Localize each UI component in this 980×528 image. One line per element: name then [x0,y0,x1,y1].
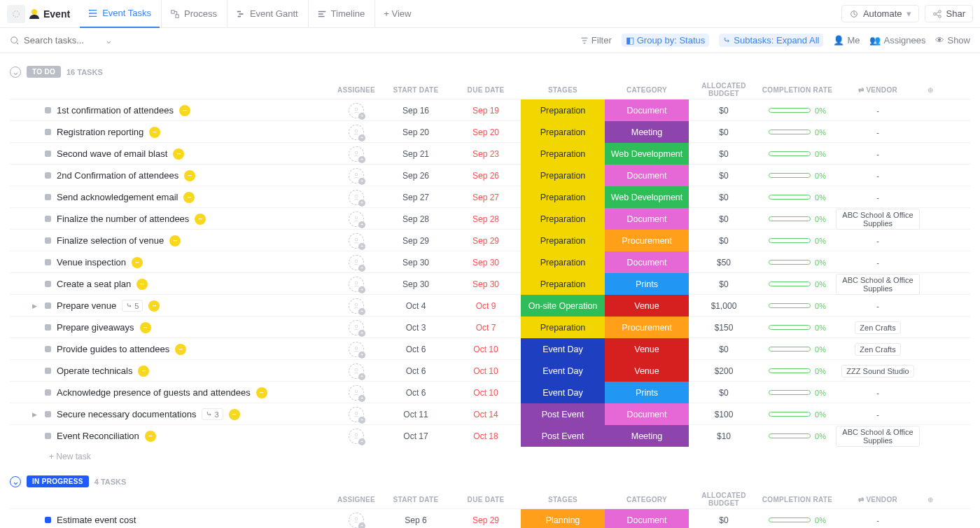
due-date[interactable]: Oct 10 [451,345,521,354]
automate-button[interactable]: Automate ▾ [841,5,919,22]
col-1[interactable]: START DATE [381,496,451,503]
task-name-cell[interactable]: 1st confirmation of attendees – [10,105,332,116]
assignee-cell[interactable] [332,298,381,314]
due-date[interactable]: Sep 29 [451,236,521,246]
due-date[interactable]: Sep 20 [451,127,521,137]
assignee-avatar-icon[interactable] [349,125,364,140]
completion-cell[interactable]: 0% [759,150,836,158]
vendor-cell[interactable]: - [836,106,920,115]
collapse-icon[interactable]: ⌄ [10,67,21,78]
category-cell[interactable]: Venue [605,295,689,317]
tab-add-view[interactable]: + View [374,0,419,28]
vendor-cell[interactable]: Zen Crafts [836,321,920,334]
start-date[interactable]: Sep 27 [381,193,451,202]
status-square-icon[interactable] [45,151,51,157]
subtask-count[interactable]: ⤷5 [122,300,143,312]
vendor-cell[interactable]: - [836,389,920,397]
due-date[interactable]: Oct 14 [451,410,521,419]
assignee-cell[interactable] [332,385,381,401]
task-name-cell[interactable]: Finalize selection of venue – [10,235,332,246]
col-3[interactable]: STAGES [521,496,605,503]
vendor-cell[interactable]: - [836,193,920,202]
stage-cell[interactable]: Preparation [521,273,605,295]
status-square-icon[interactable] [45,107,51,113]
assignee-cell[interactable] [332,255,381,270]
vendor-cell[interactable]: - [836,172,920,180]
status-square-icon[interactable] [45,303,51,309]
assignee-cell[interactable] [332,277,381,292]
completion-cell[interactable]: 0% [759,193,836,202]
category-cell[interactable]: Web Development [605,186,689,208]
assignee-cell[interactable] [332,190,381,205]
assignee-cell[interactable] [332,320,381,335]
completion-cell[interactable]: 0% [759,106,836,115]
col-6[interactable]: COMPLETION RATE [759,496,836,503]
col-7[interactable]: ⇄ VENDOR [836,496,920,503]
vendor-cell[interactable]: - [836,150,920,158]
assignee-cell[interactable] [332,429,381,444]
task-row[interactable]: 1st confirmation of attendees – Sep 16 S… [10,99,970,120]
start-date[interactable]: Oct 11 [381,410,451,419]
tab-event-gantt[interactable]: Event Gantt [227,0,307,28]
status-square-icon[interactable] [45,517,51,523]
vendor-chip[interactable]: ABC School & Office Supplies [836,426,920,447]
task-name-cell[interactable]: Finalize the number of attendees – [10,214,332,225]
assignee-cell[interactable] [332,103,381,118]
stage-cell[interactable]: Preparation [521,186,605,208]
col-2[interactable]: DUE DATE [451,496,521,503]
start-date[interactable]: Sep 6 [381,515,451,525]
vendor-cell[interactable]: - [836,237,920,245]
assignee-avatar-icon[interactable] [349,103,364,118]
col-7[interactable]: ⇄ VENDOR [836,86,920,94]
groupby-button[interactable]: ◧ Group by: Status [622,34,710,47]
stage-cell[interactable]: Planning [521,509,605,528]
vendor-chip[interactable]: ABC School & Office Supplies [836,274,920,295]
stage-cell[interactable]: Preparation [521,251,605,273]
status-square-icon[interactable] [45,172,51,179]
start-date[interactable]: Oct 6 [381,345,451,354]
completion-cell[interactable]: 0% [759,367,836,375]
show-button[interactable]: 👁 Show [935,35,970,46]
budget-cell[interactable]: $0 [689,515,759,525]
due-date[interactable]: Sep 27 [451,193,521,202]
assignee-avatar-icon[interactable] [349,342,364,357]
category-cell[interactable]: Venue [605,360,689,382]
category-cell[interactable]: Web Development [605,143,689,165]
assignee-avatar-icon[interactable] [349,233,364,249]
vendor-cell[interactable]: - [836,410,920,419]
vendor-cell[interactable]: - [836,516,920,524]
stage-cell[interactable]: Post Event [521,425,605,447]
completion-cell[interactable]: 0% [759,280,836,289]
category-cell[interactable]: Meeting [605,425,689,447]
budget-cell[interactable]: $0 [689,279,759,289]
tab-process[interactable]: Process [161,0,225,28]
start-date[interactable]: Sep 30 [381,279,451,289]
task-name-cell[interactable]: Event Reconciliation – [10,431,332,442]
vendor-chip[interactable]: ZZZ Sound Studio [841,365,913,377]
category-cell[interactable]: Procurement [605,317,689,338]
budget-cell[interactable]: $0 [689,106,759,116]
start-date[interactable]: Sep 30 [381,258,451,268]
category-cell[interactable]: Document [605,251,689,273]
stage-cell[interactable]: Post Event [521,403,605,425]
assignee-cell[interactable] [332,407,381,422]
budget-cell[interactable]: $0 [689,193,759,202]
completion-cell[interactable]: 0% [759,345,836,354]
tab-event-tasks[interactable]: Event Tasks [80,0,160,28]
stage-cell[interactable]: Preparation [521,165,605,186]
due-date[interactable]: Sep 28 [451,214,521,224]
status-pill[interactable]: TO DO [27,66,61,78]
task-name-cell[interactable]: ▶ Prepare venue ⤷5– [10,300,332,312]
col-5[interactable]: ALLOCATED BUDGET [689,492,759,507]
start-date[interactable]: Sep 16 [381,106,451,116]
assignee-avatar-icon[interactable] [349,429,364,444]
task-name-cell[interactable]: Acknowledge presence of guests and atten… [10,387,332,398]
assignee-cell[interactable] [332,342,381,357]
completion-cell[interactable]: 0% [759,128,836,137]
start-date[interactable]: Oct 17 [381,431,451,441]
completion-cell[interactable]: 0% [759,516,836,524]
collapse-icon[interactable]: ⌄ [10,476,21,487]
category-cell[interactable]: Meeting [605,121,689,143]
col-0[interactable]: ASSIGNEE [332,496,381,503]
completion-cell[interactable]: 0% [759,258,836,267]
